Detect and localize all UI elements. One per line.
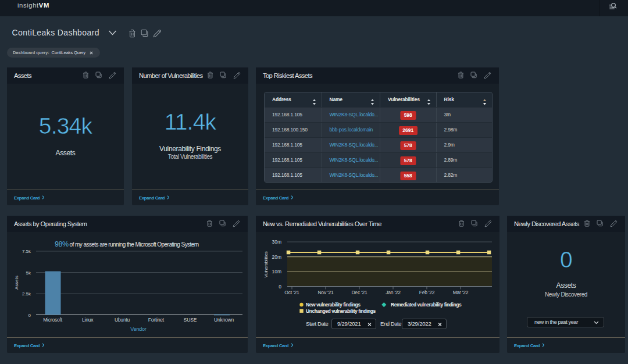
svg-text:Feb '22: Feb '22 <box>419 290 435 295</box>
svg-text:Oct '21: Oct '21 <box>284 290 299 295</box>
svg-text:Ubuntu: Ubuntu <box>115 317 130 323</box>
svg-text:10m: 10m <box>272 269 281 274</box>
svg-text:2.5k: 2.5k <box>22 291 31 297</box>
svg-text:Unknown: Unknown <box>214 317 234 323</box>
svg-text:Nov '21: Nov '21 <box>317 290 334 295</box>
svg-text:Fortinet: Fortinet <box>148 317 165 323</box>
svg-text:98%: 98% <box>55 240 69 248</box>
svg-text:SUSE: SUSE <box>184 317 197 323</box>
svg-text:New vulnerability findings: New vulnerability findings <box>306 302 361 308</box>
svg-text:Dec '21: Dec '21 <box>351 290 367 295</box>
svg-text:Remediated vulnerability findi: Remediated vulnerability findings <box>391 302 462 308</box>
svg-text:30m: 30m <box>272 239 281 245</box>
svg-text:Microsoft: Microsoft <box>43 317 63 323</box>
svg-text:0: 0 <box>279 284 281 290</box>
svg-text:Mar '22: Mar '22 <box>453 290 469 295</box>
svg-text:Assets: Assets <box>14 276 19 290</box>
svg-text:7.5k: 7.5k <box>22 249 31 254</box>
svg-text:of my assets are running the M: of my assets are running the Microsoft O… <box>70 241 199 248</box>
svg-text:0: 0 <box>28 313 31 318</box>
svg-text:Linux: Linux <box>82 317 94 323</box>
svg-text:Jan '22: Jan '22 <box>386 290 401 295</box>
svg-text:Vulnerabilities: Vulnerabilities <box>263 251 269 277</box>
svg-text:5k: 5k <box>26 270 31 276</box>
svg-text:20m: 20m <box>272 254 281 260</box>
svg-text:Vendor: Vendor <box>130 326 147 332</box>
svg-text:Unchanged vulnerability findin: Unchanged vulnerability findings <box>306 308 376 314</box>
